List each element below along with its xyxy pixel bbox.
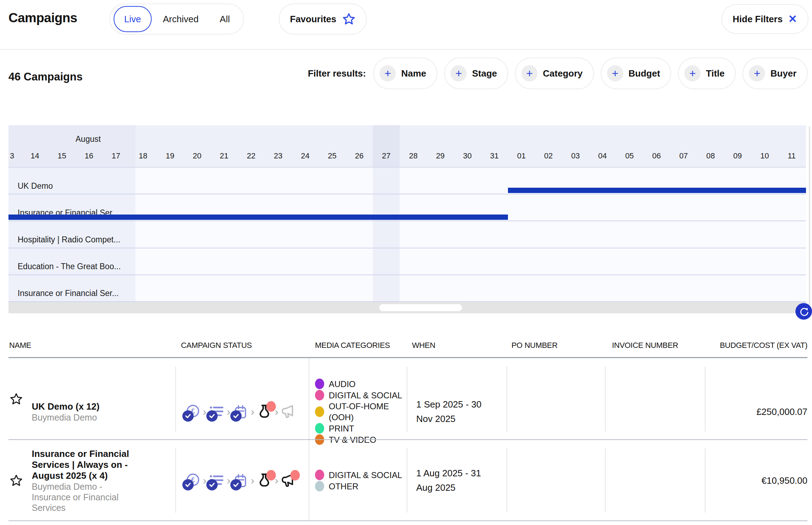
gantt-day-tick: 17 bbox=[112, 151, 120, 161]
status-step-flask-icon[interactable] bbox=[256, 403, 273, 421]
status-step-task-list-icon[interactable] bbox=[208, 471, 225, 490]
topbar-divider bbox=[0, 49, 812, 50]
gantt-day-tick: 10 bbox=[760, 151, 769, 161]
category-dot-icon bbox=[315, 390, 324, 400]
vertical-scrollbar[interactable] bbox=[809, 126, 810, 313]
status-step-task-list-icon[interactable] bbox=[208, 403, 225, 421]
gantt-day-tick: 26 bbox=[355, 151, 363, 161]
category-dot-icon bbox=[315, 423, 324, 434]
filter-pill-buyer[interactable]: +Buyer bbox=[743, 58, 808, 89]
gantt-row-label[interactable]: Insurance or Financial Ser... bbox=[18, 199, 119, 226]
hide-filters-button[interactable]: Hide Filters ✕ bbox=[721, 4, 808, 34]
alert-dot-icon bbox=[290, 470, 300, 481]
filter-pill-name[interactable]: +Name bbox=[373, 58, 437, 89]
campaign-status-cell: £›››› bbox=[181, 440, 301, 521]
table-row[interactable]: Insurance or FinancialServices | Always … bbox=[0, 440, 812, 521]
gantt-day-tick: 24 bbox=[301, 151, 309, 161]
gantt-day-tick: 23 bbox=[274, 151, 282, 161]
favourites-button[interactable]: Favourites bbox=[279, 4, 367, 35]
gantt-day-tick: 25 bbox=[328, 151, 337, 161]
gantt-row-label[interactable]: Hospitality | Radio Compet... bbox=[18, 226, 120, 253]
po-number-cell bbox=[511, 358, 593, 440]
check-badge-icon bbox=[182, 479, 194, 490]
tab-all[interactable]: All bbox=[210, 6, 240, 32]
campaign-name-cell[interactable]: Insurance or FinancialServices | Always … bbox=[32, 440, 171, 521]
favourites-label: Favourites bbox=[290, 14, 337, 25]
plus-icon: + bbox=[684, 65, 701, 82]
po-number-cell bbox=[511, 440, 593, 521]
tab-live[interactable]: Live bbox=[114, 6, 152, 32]
check-badge-icon bbox=[230, 479, 242, 490]
favourite-star-button[interactable] bbox=[10, 392, 23, 406]
check-badge-icon bbox=[182, 410, 194, 422]
gantt-day-tick: 20 bbox=[193, 151, 201, 161]
column-header: WHEN bbox=[412, 341, 435, 350]
invoice-number-cell bbox=[612, 440, 693, 521]
gantt-day-tick: 04 bbox=[598, 151, 607, 161]
status-step-calendar-icon[interactable] bbox=[232, 471, 249, 490]
chevron-right-icon: › bbox=[203, 475, 206, 486]
gantt-row-label[interactable]: Education - The Great Boo... bbox=[18, 253, 121, 280]
gantt-day-tick: 16 bbox=[85, 151, 93, 161]
column-separator bbox=[309, 440, 309, 521]
alert-dot-icon bbox=[266, 470, 276, 481]
media-category: DIGITAL & SOCIAL bbox=[315, 469, 406, 481]
status-step-megaphone-icon[interactable] bbox=[280, 403, 297, 421]
status-step-flask-icon[interactable] bbox=[256, 471, 273, 490]
status-step-calendar-icon[interactable] bbox=[232, 403, 249, 421]
budget-value: €10,950.00 bbox=[762, 475, 807, 486]
column-header: MEDIA CATEGORIES bbox=[315, 341, 390, 350]
status-step-megaphone-icon[interactable] bbox=[280, 471, 297, 490]
column-separator bbox=[175, 367, 176, 432]
gantt-day-tick: 05 bbox=[625, 151, 634, 161]
gantt-header-divider bbox=[8, 167, 806, 168]
gantt-day-tick: 11 bbox=[788, 151, 796, 161]
table-row[interactable]: UK Demo (x 12)Buymedia Demo£››››AUDIODIG… bbox=[0, 358, 812, 440]
plus-icon: + bbox=[450, 65, 467, 82]
gantt-row-divider bbox=[8, 221, 806, 221]
gantt-day-tick: 18 bbox=[139, 151, 147, 161]
favourite-star-button[interactable] bbox=[10, 474, 23, 487]
when-line: 1 Aug 2025 - 31 bbox=[416, 466, 501, 481]
close-icon: ✕ bbox=[788, 14, 797, 24]
plus-icon: + bbox=[749, 65, 765, 82]
campaign-name: UK Demo (x 12) bbox=[32, 401, 171, 412]
status-step-currency-coin-icon[interactable]: £ bbox=[184, 403, 201, 421]
gantt-row-label[interactable]: UK Demo bbox=[18, 173, 53, 199]
filter-pill-category[interactable]: +Category bbox=[515, 58, 594, 89]
gantt-scrollbar-thumb[interactable] bbox=[379, 304, 462, 311]
refresh-button[interactable] bbox=[795, 303, 812, 320]
gantt-day-tick: 19 bbox=[166, 151, 174, 161]
gantt-day-tick: 3 bbox=[10, 151, 14, 161]
category-dot-icon bbox=[315, 406, 324, 417]
column-separator bbox=[605, 448, 606, 513]
gantt-day-tick: 30 bbox=[463, 151, 472, 161]
chevron-right-icon: › bbox=[227, 406, 230, 417]
filter-pill-title[interactable]: +Title bbox=[678, 58, 736, 89]
filter-results-label: Filter results: bbox=[308, 68, 366, 79]
page-title: Campaigns bbox=[8, 11, 77, 25]
tab-archived[interactable]: Archived bbox=[153, 6, 208, 32]
gantt-day-tick: 07 bbox=[679, 151, 688, 161]
campaign-owner: Insurance or Financial bbox=[32, 492, 171, 502]
chevron-right-icon: › bbox=[227, 475, 230, 486]
column-header: CAMPAIGN STATUS bbox=[181, 341, 252, 350]
filter-pill-stage[interactable]: +Stage bbox=[444, 58, 508, 89]
gantt-chart: August3141516171819202122232425262728293… bbox=[8, 125, 806, 314]
when-line: 1 Sep 2025 - 30 bbox=[416, 397, 501, 412]
campaign-owner: Services bbox=[32, 502, 171, 513]
gantt-day-tick: 21 bbox=[220, 151, 228, 161]
media-categories-cell: DIGITAL & SOCIALOTHER bbox=[315, 440, 406, 521]
filter-pill-budget[interactable]: +Budget bbox=[601, 58, 672, 89]
plus-icon: + bbox=[607, 65, 623, 82]
gantt-day-tick: 31 bbox=[490, 151, 498, 161]
column-separator bbox=[309, 358, 309, 440]
row-divider bbox=[8, 520, 807, 521]
column-header: BUDGET/COST (EX VAT) bbox=[720, 341, 807, 350]
status-step-currency-coin-icon[interactable]: £ bbox=[184, 471, 201, 490]
chevron-right-icon: › bbox=[251, 475, 254, 486]
gantt-bar[interactable] bbox=[508, 188, 806, 193]
gantt-day-tick: 03 bbox=[571, 151, 580, 161]
gantt-label-column-header bbox=[8, 125, 135, 168]
gantt-bar[interactable] bbox=[8, 215, 508, 220]
